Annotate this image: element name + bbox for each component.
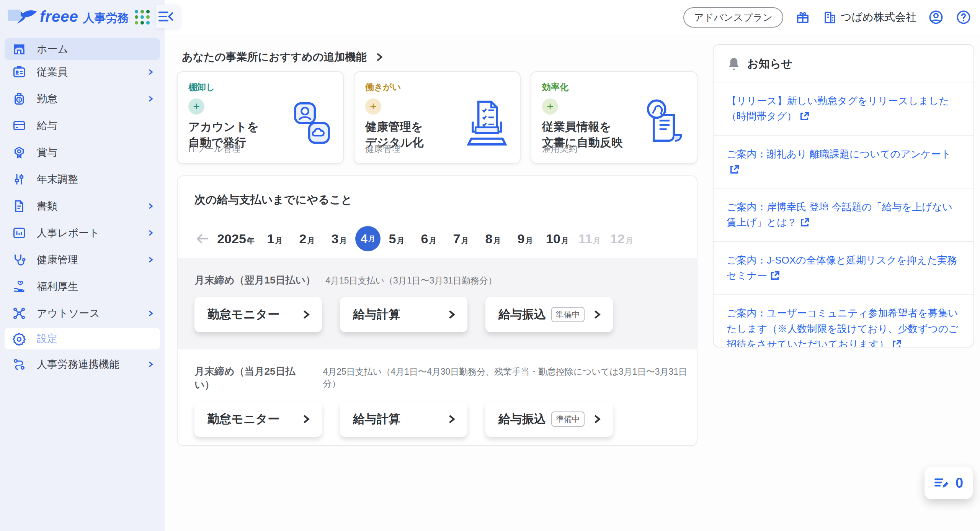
- card-tag: 棚卸し: [188, 81, 332, 93]
- month-tab-9[interactable]: 9月: [509, 231, 541, 246]
- month-tab-3[interactable]: 3月: [323, 231, 355, 246]
- sidebar-item-outsource[interactable]: アウトソース: [0, 301, 165, 325]
- feature-card-employee-doc-autofill[interactable]: 効率化 + 従業員情報を 文書に自動反映 雇用契約: [531, 71, 697, 164]
- card-category: 健康管理: [365, 143, 400, 155]
- apps-grid-icon[interactable]: [135, 10, 150, 25]
- external-link-icon: [800, 111, 810, 121]
- sidebar-item-label: 勤怠: [37, 92, 147, 106]
- home-icon: [11, 41, 27, 57]
- link-nodes-icon: [11, 357, 27, 372]
- month-tab-12-disabled: 12月: [606, 231, 638, 246]
- feature-card-account-auto-issue[interactable]: 棚卸し + アカウントを 自動で発行 ITツール管理: [177, 71, 344, 164]
- year-label: 2025年: [213, 231, 259, 246]
- salary-calculation-button[interactable]: 給与計算: [340, 297, 467, 332]
- gift-icon[interactable]: [795, 9, 811, 25]
- month-tab-8[interactable]: 8月: [477, 231, 509, 246]
- salary-transfer-button[interactable]: 給与振込 準備中: [485, 402, 613, 437]
- chevron-right-icon: [147, 310, 155, 317]
- sidebar-item-employees[interactable]: 従業員: [0, 60, 165, 84]
- plus-icon: +: [542, 98, 558, 115]
- month-tab-1[interactable]: 1月: [259, 231, 291, 246]
- month-tab-2[interactable]: 2月: [291, 231, 323, 246]
- sidebar-item-label: 賞与: [37, 146, 155, 159]
- chevron-right-icon: [147, 256, 155, 263]
- previous-year-arrow-icon[interactable]: [191, 233, 213, 244]
- payroll-group-2: 月末締め（当月25日払い） 4月25日支払い（4月1日〜4月30日勤務分、残業手…: [178, 349, 697, 437]
- punch-clock-icon: [11, 91, 27, 107]
- external-link-icon: [770, 270, 780, 280]
- notice-link[interactable]: 【リリース】新しい勤怠タグをリリースしました（時間帯タグ）: [714, 82, 973, 135]
- sidebar-item-hr-integration[interactable]: 人事労務連携機能: [0, 352, 165, 376]
- plus-icon: +: [188, 98, 204, 115]
- company-name: つばめ株式会社: [841, 10, 916, 25]
- month-tab-6[interactable]: 6月: [413, 231, 445, 246]
- notice-link[interactable]: ご案内：J-SOXの全体像と延期リスクを抑えた実務セミナー: [714, 241, 973, 294]
- help-icon[interactable]: [956, 9, 972, 25]
- recommended-title: あなたの事業所におすすめの追加機能: [182, 50, 367, 64]
- external-link-icon: [892, 339, 902, 347]
- sidebar-item-home[interactable]: ホーム: [5, 38, 160, 60]
- medal-icon: [11, 145, 27, 160]
- task-list-fab[interactable]: 0: [924, 467, 973, 499]
- salary-calculation-button[interactable]: 給与計算: [340, 402, 467, 437]
- month-tab-10[interactable]: 10月: [541, 231, 573, 246]
- sidebar-item-label: 健康管理: [37, 253, 147, 267]
- sidebar-item-documents[interactable]: 書類: [0, 194, 165, 218]
- preparing-badge: 準備中: [551, 411, 585, 427]
- document-scanner-illustration: [464, 99, 510, 149]
- chevron-right-icon: [375, 52, 384, 62]
- chevron-right-icon: [593, 414, 601, 424]
- sidebar-collapse-button[interactable]: [156, 5, 181, 28]
- gear-icon: [11, 331, 27, 346]
- salary-transfer-button[interactable]: 給与振込 準備中: [485, 297, 613, 332]
- preparing-badge: 準備中: [551, 307, 585, 322]
- bell-icon: [727, 57, 740, 71]
- booklet-icon: [8, 10, 21, 21]
- sidebar-item-year-end-adjustment[interactable]: 年末調整: [0, 167, 165, 191]
- plan-badge[interactable]: アドバンスプラン: [683, 7, 783, 28]
- sidebar-item-label: 人事労務連携機能: [37, 357, 147, 371]
- sidebar-item-health-management[interactable]: 健康管理: [0, 247, 165, 272]
- top-header: アドバンスプラン つばめ株式会社: [165, 0, 980, 34]
- account-icon[interactable]: [928, 9, 944, 25]
- sidebar-item-attendance[interactable]: 勤怠: [0, 87, 165, 111]
- sidebar-item-welfare[interactable]: 福利厚生: [0, 274, 165, 298]
- card-category: 雇用契約: [542, 143, 577, 155]
- notifications-panel: お知らせ 【リリース】新しい勤怠タグをリリースしました（時間帯タグ） ご案内：謝…: [713, 44, 974, 347]
- sidebar: freee 人事労務 ホーム 従業員: [0, 0, 165, 531]
- notice-link[interactable]: ご案内：岸博幸氏 登壇 今話題の「給与を上げない賃上げ」とは？: [714, 188, 973, 241]
- sidebar-item-label: 福利厚生: [37, 280, 155, 293]
- chevron-right-icon: [147, 229, 155, 236]
- collapse-menu-icon: [158, 10, 175, 23]
- document-icon: [11, 198, 27, 214]
- notice-link[interactable]: ご案内：謝礼あり 離職課題についてのアンケート: [714, 135, 973, 188]
- company-switcher[interactable]: つばめ株式会社: [822, 10, 916, 25]
- attendance-monitor-button[interactable]: 勤怠モニター: [194, 297, 322, 332]
- group-name: 月末締め（当月25日払い）: [194, 365, 313, 392]
- month-selector: 2025年 1月 2月 3月 4月 5月 6月 7月 8月 9月 10月 11月…: [191, 226, 697, 251]
- building-icon: [822, 10, 837, 25]
- group-detail: 4月15日支払い（3月1日〜3月31日勤務分）: [325, 275, 497, 287]
- feature-card-health-digital[interactable]: 働きがい + 健康管理を デジタル化 健康管理: [354, 71, 521, 164]
- payroll-todo-card: 次の給与支払いまでにやること 2025年 1月 2月 3月 4月 5月 6月 7…: [177, 175, 697, 446]
- month-tab-5[interactable]: 5月: [381, 231, 413, 246]
- hand-heart-icon: [11, 279, 27, 294]
- notice-link[interactable]: ご案内：ユーザーコミュニティ参加希望者を募集いたします（※人数制限を設けており、…: [714, 294, 973, 347]
- recommended-features-link[interactable]: あなたの事業所におすすめの追加機能: [182, 50, 384, 64]
- sidebar-menu: ホーム 従業員 勤怠 給与 賞与: [0, 38, 165, 379]
- bar-chart-icon: [11, 225, 27, 241]
- chevron-right-icon: [448, 310, 456, 320]
- month-tab-7[interactable]: 7月: [445, 231, 477, 246]
- sidebar-item-settings[interactable]: 設定: [5, 328, 160, 349]
- fab-count: 0: [956, 475, 963, 491]
- payroll-title: 次の給与支払いまでにやること: [194, 192, 697, 208]
- compose-list-icon: [934, 477, 949, 490]
- chevron-right-icon: [147, 203, 155, 210]
- sidebar-item-hr-report[interactable]: 人事レポート: [0, 221, 165, 245]
- month-tab-4-selected[interactable]: 4月: [355, 226, 381, 251]
- payment-card-icon: [11, 118, 27, 133]
- sidebar-item-salary[interactable]: 給与: [0, 113, 165, 138]
- sidebar-item-bonus[interactable]: 賞与: [0, 140, 165, 164]
- chevron-right-icon: [302, 414, 310, 424]
- attendance-monitor-button[interactable]: 勤怠モニター: [194, 402, 322, 437]
